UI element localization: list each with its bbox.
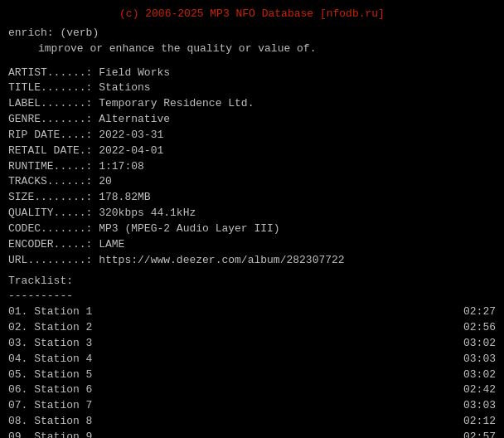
meta-key: ENCODER.....: bbox=[8, 237, 99, 253]
meta-value: MP3 (MPEG-2 Audio Layer III) bbox=[99, 221, 279, 237]
meta-row: TITLE.......: Stations bbox=[8, 80, 496, 96]
track-row: 04. Station 403:03 bbox=[8, 352, 496, 367]
track-name: 02. Station 2 bbox=[8, 320, 92, 336]
enrich-definition: improve or enhance the quality or value … bbox=[8, 41, 496, 57]
meta-value: Alternative bbox=[99, 112, 170, 128]
track-time: 02:12 bbox=[463, 414, 496, 430]
meta-value: https://www.deezer.com/album/282307722 bbox=[99, 253, 344, 269]
track-time: 03:03 bbox=[463, 352, 496, 367]
meta-value: 1:17:08 bbox=[99, 159, 144, 175]
meta-key: RIP DATE....: bbox=[8, 128, 99, 144]
meta-key: TRACKS......: bbox=[8, 174, 99, 190]
meta-key: RUNTIME.....: bbox=[8, 159, 99, 175]
track-time: 02:57 bbox=[463, 430, 496, 438]
track-row: 03. Station 303:02 bbox=[8, 336, 496, 352]
enrich-label: enrich: (verb) bbox=[8, 26, 496, 41]
meta-row: ENCODER.....: LAME bbox=[8, 237, 496, 253]
track-name: 09. Station 9 bbox=[8, 430, 92, 438]
metadata-block: ARTIST......: Field WorksTITLE.......: S… bbox=[8, 66, 496, 269]
meta-value: LAME bbox=[99, 237, 124, 253]
meta-row: GENRE.......: Alternative bbox=[8, 112, 496, 128]
meta-row: URL.........: https://www.deezer.com/alb… bbox=[8, 253, 496, 269]
meta-value: 2022-03-31 bbox=[99, 128, 163, 144]
track-row: 05. Station 503:02 bbox=[8, 367, 496, 383]
track-row: 08. Station 802:12 bbox=[8, 414, 496, 430]
meta-key: GENRE.......: bbox=[8, 112, 99, 128]
meta-row: QUALITY.....: 320kbps 44.1kHz bbox=[8, 206, 496, 221]
track-name: 07. Station 7 bbox=[8, 398, 92, 414]
tracklist-header: Tracklist: ---------- bbox=[8, 274, 496, 305]
meta-key: ARTIST......: bbox=[8, 66, 99, 81]
meta-key: LABEL.......: bbox=[8, 96, 99, 112]
meta-row: TRACKS......: 20 bbox=[8, 174, 496, 190]
track-row: 01. Station 102:27 bbox=[8, 304, 496, 320]
meta-key: URL.........: bbox=[8, 253, 99, 269]
meta-row: LABEL.......: Temporary Residence Ltd. bbox=[8, 96, 496, 112]
meta-row: CODEC.......: MP3 (MPEG-2 Audio Layer II… bbox=[8, 221, 496, 237]
track-row: 09. Station 902:57 bbox=[8, 430, 496, 438]
track-row: 02. Station 202:56 bbox=[8, 320, 496, 336]
meta-key: TITLE.......: bbox=[8, 80, 99, 96]
track-name: 01. Station 1 bbox=[8, 304, 92, 320]
meta-row: RETAIL DATE.: 2022-04-01 bbox=[8, 144, 496, 159]
track-name: 08. Station 8 bbox=[8, 414, 92, 430]
track-row: 07. Station 703:03 bbox=[8, 398, 496, 414]
meta-value: 20 bbox=[99, 174, 112, 190]
enrich-section: enrich: (verb) improve or enhance the qu… bbox=[8, 26, 496, 57]
track-name: 03. Station 3 bbox=[8, 336, 92, 352]
meta-row: SIZE........: 178.82MB bbox=[8, 190, 496, 206]
meta-value: 178.82MB bbox=[99, 190, 150, 206]
meta-value: Stations bbox=[99, 80, 150, 96]
track-time: 02:27 bbox=[463, 304, 496, 320]
track-time: 02:56 bbox=[463, 320, 496, 336]
meta-value: 2022-04-01 bbox=[99, 144, 163, 159]
meta-key: SIZE........: bbox=[8, 190, 99, 206]
track-time: 03:02 bbox=[463, 367, 496, 383]
meta-row: ARTIST......: Field Works bbox=[8, 66, 496, 81]
meta-key: CODEC.......: bbox=[8, 221, 99, 237]
meta-value: Temporary Residence Ltd. bbox=[99, 96, 254, 112]
track-name: 05. Station 5 bbox=[8, 367, 92, 383]
meta-value: 320kbps 44.1kHz bbox=[99, 206, 196, 221]
track-row: 06. Station 602:42 bbox=[8, 382, 496, 398]
copyright-line: (c) 2006-2025 MP3 NFO Database [nfodb.ru… bbox=[8, 7, 496, 22]
track-name: 04. Station 4 bbox=[8, 352, 92, 367]
track-time: 02:42 bbox=[463, 382, 496, 398]
track-time: 03:02 bbox=[463, 336, 496, 352]
meta-key: RETAIL DATE.: bbox=[8, 144, 99, 159]
meta-row: RUNTIME.....: 1:17:08 bbox=[8, 159, 496, 175]
tracklist: 01. Station 102:2702. Station 202:5603. … bbox=[8, 304, 496, 438]
track-time: 03:03 bbox=[463, 398, 496, 414]
meta-value: Field Works bbox=[99, 66, 170, 81]
track-name: 06. Station 6 bbox=[8, 382, 92, 398]
meta-row: RIP DATE....: 2022-03-31 bbox=[8, 128, 496, 144]
meta-key: QUALITY.....: bbox=[8, 206, 99, 221]
